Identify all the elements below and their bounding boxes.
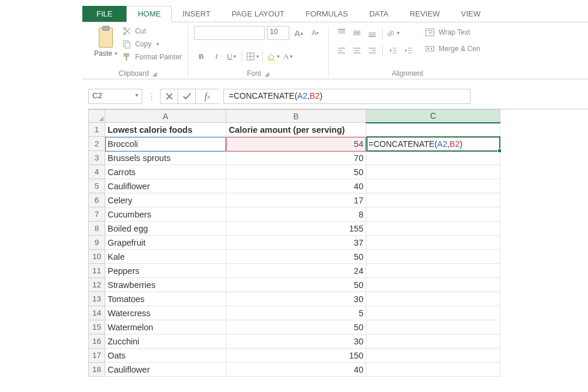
- bold-button[interactable]: B: [194, 49, 208, 63]
- cell[interactable]: 40: [226, 179, 366, 193]
- wrap-text-button[interactable]: Wrap Text: [425, 26, 480, 39]
- column-header-b[interactable]: B: [226, 110, 366, 123]
- cell[interactable]: Grapefruit: [105, 236, 226, 250]
- row-header[interactable]: 3: [89, 151, 105, 165]
- cell[interactable]: Broccoli: [105, 137, 226, 151]
- cell[interactable]: Brussels sprouts: [105, 151, 226, 165]
- row-header[interactable]: 1: [89, 123, 105, 137]
- paste-button[interactable]: Paste▾: [94, 26, 118, 58]
- insert-function-button[interactable]: fx: [195, 89, 219, 104]
- fill-color-button[interactable]: ▾: [266, 49, 280, 63]
- cell[interactable]: [366, 193, 500, 207]
- cell[interactable]: [366, 334, 500, 349]
- cell[interactable]: 50: [226, 165, 366, 179]
- row-header[interactable]: 9: [89, 236, 105, 250]
- cell[interactable]: 150: [226, 349, 366, 363]
- increase-font-icon[interactable]: A▴: [292, 26, 306, 40]
- align-bottom-button[interactable]: [365, 26, 379, 40]
- cell[interactable]: [366, 264, 500, 278]
- clipboard-dialog-launcher[interactable]: ◢: [152, 71, 157, 77]
- tab-insert[interactable]: INSERT: [172, 6, 220, 22]
- cell[interactable]: Boiled egg: [105, 222, 226, 236]
- format-painter-button[interactable]: Format Painter: [122, 52, 182, 62]
- cell[interactable]: [366, 207, 500, 222]
- row-header[interactable]: 4: [89, 165, 105, 179]
- row-header[interactable]: 18: [89, 363, 105, 377]
- formula-input[interactable]: =CONCATENATE(A2,B2): [223, 89, 470, 104]
- align-left-button[interactable]: [335, 43, 349, 58]
- cell[interactable]: [366, 151, 500, 165]
- cell[interactable]: [366, 320, 500, 334]
- orientation-button[interactable]: ab▾: [386, 26, 400, 40]
- cell[interactable]: 30: [226, 292, 366, 306]
- cell[interactable]: 40: [226, 363, 366, 377]
- cell[interactable]: Kale: [105, 250, 226, 264]
- cell[interactable]: Zucchini: [105, 334, 226, 349]
- cancel-formula-button[interactable]: [160, 89, 178, 104]
- cell[interactable]: 24: [226, 264, 366, 278]
- tab-home[interactable]: HOME: [126, 6, 172, 22]
- cell[interactable]: Watercress: [105, 306, 226, 320]
- namebox-resize-handle[interactable]: ⋮: [147, 91, 155, 102]
- cell[interactable]: 5: [226, 306, 366, 320]
- cell[interactable]: Peppers: [105, 264, 226, 278]
- row-header[interactable]: 8: [89, 222, 105, 236]
- row-header[interactable]: 17: [89, 349, 105, 363]
- cell[interactable]: Strawberries: [105, 278, 226, 292]
- cell[interactable]: [366, 179, 500, 193]
- cell[interactable]: Lowest calorie foods: [105, 123, 226, 137]
- cell[interactable]: 70: [226, 151, 366, 165]
- cell[interactable]: 54: [226, 137, 366, 151]
- cell[interactable]: =CONCATENATE(A2,B2): [366, 137, 500, 151]
- cell[interactable]: Cucumbers: [105, 207, 226, 222]
- copy-button[interactable]: Copy▾: [122, 39, 182, 49]
- cell[interactable]: 30: [226, 334, 366, 349]
- cell[interactable]: Watermelon: [105, 320, 226, 334]
- font-dialog-launcher[interactable]: ◢: [265, 71, 269, 77]
- cell[interactable]: [366, 363, 500, 377]
- cell[interactable]: [366, 349, 500, 363]
- row-header[interactable]: 2: [89, 137, 105, 151]
- tab-file[interactable]: FILE: [82, 6, 126, 22]
- tab-formulas[interactable]: FORMULAS: [295, 6, 359, 22]
- align-middle-button[interactable]: [350, 26, 364, 40]
- row-header[interactable]: 10: [89, 250, 105, 264]
- cell[interactable]: Cauliflower: [105, 179, 226, 193]
- cell[interactable]: [366, 236, 500, 250]
- cell[interactable]: [366, 222, 500, 236]
- select-all-button[interactable]: [89, 110, 105, 123]
- decrease-indent-button[interactable]: [386, 43, 400, 58]
- cell[interactable]: [366, 306, 500, 320]
- cell[interactable]: 155: [226, 222, 366, 236]
- cell[interactable]: Celery: [105, 193, 226, 207]
- cell[interactable]: [366, 278, 500, 292]
- row-header[interactable]: 14: [89, 306, 105, 320]
- row-header[interactable]: 11: [89, 264, 105, 278]
- tab-data[interactable]: DATA: [359, 6, 399, 22]
- align-right-button[interactable]: [365, 43, 379, 58]
- row-header[interactable]: 5: [89, 179, 105, 193]
- column-header-a[interactable]: A: [105, 110, 226, 123]
- font-size-select[interactable]: 10: [267, 26, 289, 40]
- row-header[interactable]: 12: [89, 278, 105, 292]
- row-header[interactable]: 13: [89, 292, 105, 306]
- cell[interactable]: 50: [226, 320, 366, 334]
- align-top-button[interactable]: [335, 26, 349, 40]
- font-name-select[interactable]: [194, 26, 265, 40]
- merge-center-button[interactable]: Merge & Cen: [425, 42, 480, 55]
- row-header[interactable]: 6: [89, 193, 105, 207]
- column-header-c[interactable]: C: [366, 110, 500, 123]
- underline-button[interactable]: U▾: [225, 49, 239, 63]
- row-header[interactable]: 7: [89, 207, 105, 222]
- cell[interactable]: Calorie amount (per serving): [226, 123, 366, 137]
- tab-view[interactable]: VIEW: [450, 6, 491, 22]
- cell[interactable]: 50: [226, 250, 366, 264]
- align-center-button[interactable]: [350, 43, 364, 58]
- cell[interactable]: [366, 292, 500, 306]
- cell[interactable]: Carrots: [105, 165, 226, 179]
- borders-button[interactable]: ▾: [245, 49, 259, 63]
- cell[interactable]: [366, 165, 500, 179]
- increase-indent-button[interactable]: [401, 43, 415, 58]
- cell[interactable]: 37: [226, 236, 366, 250]
- cell[interactable]: Tomatoes: [105, 292, 226, 306]
